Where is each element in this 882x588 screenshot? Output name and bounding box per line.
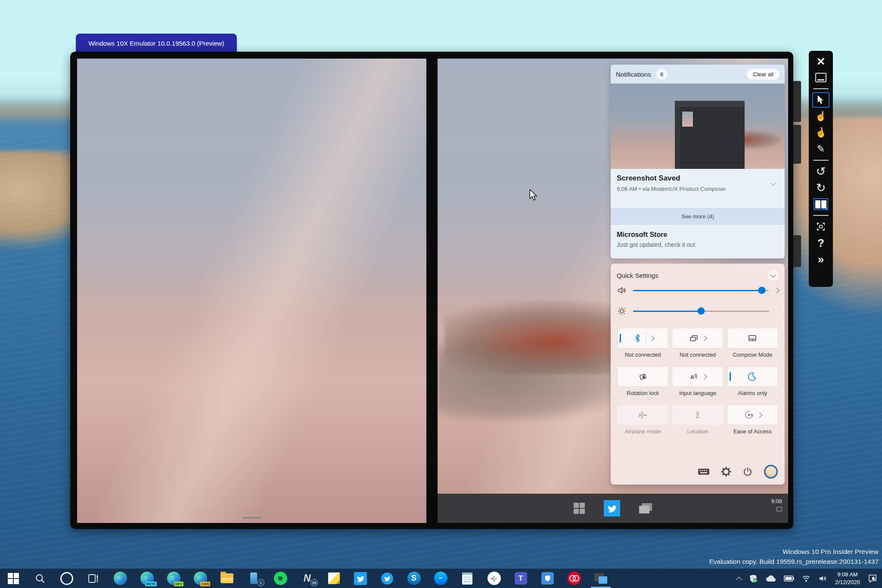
power-icon[interactable] xyxy=(742,467,753,477)
chevron-right-icon[interactable] xyxy=(774,288,780,293)
brightness-slider[interactable] xyxy=(633,311,769,312)
file-explorer-button[interactable] xyxy=(214,569,240,588)
volume-slider-thumb[interactable] xyxy=(758,287,766,294)
search-button[interactable] xyxy=(27,569,53,588)
close-button[interactable]: × xyxy=(812,53,829,69)
pen-mode-button[interactable]: ✎ xyxy=(812,141,829,157)
start-button[interactable] xyxy=(0,569,27,588)
moon-icon xyxy=(747,371,758,382)
touch-mode-button[interactable]: ☝ xyxy=(812,109,829,124)
action-center-button[interactable] xyxy=(867,573,878,584)
bitwarden-button[interactable] xyxy=(534,569,561,588)
insider-watermark: Windows 10 Pro Insider Preview Evaluatio… xyxy=(709,547,879,566)
settings-gear-icon[interactable] xyxy=(721,467,731,477)
store-notification[interactable]: Microsoft Store Just got updated, check … xyxy=(611,225,785,258)
dev-badge: DEV xyxy=(174,582,183,586)
sticky-notes-button[interactable] xyxy=(320,569,347,588)
home-bar[interactable] xyxy=(242,517,261,519)
help-button[interactable]: ? xyxy=(812,235,829,251)
emulator-window: Notifications 6 Clear all Screenshot Sav… xyxy=(70,52,793,529)
system-tray: 9:08 AM 2/12/2020 xyxy=(737,569,882,588)
twitter-pwa-button[interactable] xyxy=(374,569,401,588)
store-notification-title: Microsoft Store xyxy=(617,231,779,239)
twitter-app-icon[interactable] xyxy=(604,500,620,516)
teams-button[interactable]: T xyxy=(507,569,534,588)
rotation-lock-tile[interactable] xyxy=(618,367,668,386)
wifi-tray-icon[interactable] xyxy=(801,575,811,582)
clock-date: 2/12/2020 xyxy=(835,579,860,586)
task-view-button[interactable] xyxy=(639,503,652,513)
edge-button[interactable] xyxy=(107,569,134,588)
slack-icon xyxy=(488,572,501,585)
slack-button[interactable] xyxy=(481,569,507,588)
edge-dev-button[interactable]: DEV xyxy=(160,569,187,588)
emulator-app-button[interactable] xyxy=(587,569,614,588)
dual-screen-mode-button[interactable] xyxy=(812,196,829,212)
compose-mode-tile[interactable] xyxy=(727,328,778,348)
notepad-button[interactable] xyxy=(454,569,481,588)
battery-tray-icon[interactable] xyxy=(784,576,794,582)
brightness-slider-thumb[interactable] xyxy=(698,308,705,315)
bluetooth-tile[interactable] xyxy=(618,328,668,348)
quick-settings-header: Quick Settings xyxy=(611,264,785,281)
input-language-tile[interactable]: A xyxy=(672,367,723,386)
mouse-cursor xyxy=(529,190,538,201)
minimize-button[interactable] xyxy=(812,70,829,85)
chevron-right-icon[interactable] xyxy=(702,374,708,380)
device-power-button[interactable] xyxy=(793,235,801,267)
start-button[interactable] xyxy=(574,503,585,514)
device-clock[interactable]: 9:08 xyxy=(771,498,782,513)
user-avatar[interactable] xyxy=(764,465,778,479)
spotify-button[interactable] xyxy=(267,569,294,588)
onedrive-tray-icon[interactable] xyxy=(765,575,776,582)
task-view-button[interactable] xyxy=(80,569,107,588)
volume-tray-icon[interactable] xyxy=(818,575,828,582)
fit-to-screen-button[interactable] xyxy=(812,219,829,234)
quick-settings-title: Quick Settings xyxy=(617,272,658,279)
divider xyxy=(813,215,829,216)
cursor-mode-button[interactable] xyxy=(812,92,829,108)
device-volume-button[interactable] xyxy=(793,125,801,164)
airplane-mode-tile[interactable] xyxy=(618,405,668,425)
edge-canary-button[interactable]: CAN xyxy=(187,569,214,588)
emulator-right-screen[interactable]: Notifications 6 Clear all Screenshot Sav… xyxy=(438,59,788,523)
watermark-line1: Windows 10 Pro Insider Preview xyxy=(709,547,879,557)
chevron-right-icon[interactable] xyxy=(757,412,762,418)
notifications-count-badge: 6 xyxy=(656,68,668,80)
emulator-title-bar[interactable]: Windows 10X Emulator 10.0.19563.0 (Previ… xyxy=(76,34,237,53)
location-icon xyxy=(693,410,703,420)
mail-app-button[interactable]: N28 xyxy=(294,569,320,588)
volume-slider[interactable] xyxy=(633,290,769,291)
taskbar-clock[interactable]: 9:08 AM 2/12/2020 xyxy=(835,571,860,586)
rotate-left-button[interactable]: ↺ xyxy=(812,164,829,179)
chevron-right-icon[interactable] xyxy=(702,336,708,341)
notification-count-badge: 1 xyxy=(257,579,264,586)
multi-touch-mode-button[interactable]: ☝ xyxy=(811,123,831,143)
emulator-left-screen[interactable] xyxy=(77,59,426,523)
clear-all-button[interactable]: Clear all xyxy=(747,69,780,80)
notification-item[interactable]: Screenshot Saved 9:06 AM • via ModernUX … xyxy=(611,169,785,208)
collapse-button[interactable] xyxy=(767,270,779,281)
screenshot-thumbnail[interactable] xyxy=(611,84,785,169)
connect-tile[interactable] xyxy=(672,328,723,348)
edge-beta-button[interactable]: BETA xyxy=(134,569,160,588)
skype-button[interactable]: S xyxy=(401,569,427,588)
chevron-right-icon[interactable] xyxy=(649,336,655,341)
svg-text:A: A xyxy=(690,374,694,380)
see-more-button[interactable]: See more (4) xyxy=(611,208,785,225)
alarms-only-tile[interactable] xyxy=(727,367,778,386)
messenger-button[interactable] xyxy=(427,569,454,588)
keyboard-icon[interactable] xyxy=(698,467,710,476)
cortana-button[interactable] xyxy=(53,569,80,588)
rotate-right-button[interactable]: ↻ xyxy=(812,180,829,196)
your-phone-button[interactable]: 1 xyxy=(240,569,267,588)
device-volume-button[interactable] xyxy=(793,81,801,122)
show-hidden-icons-button[interactable] xyxy=(737,576,741,581)
expand-toolbar-button[interactable]: » xyxy=(812,252,829,267)
twitter-button[interactable] xyxy=(347,569,374,588)
authy-button[interactable] xyxy=(561,569,587,588)
ease-of-access-tile[interactable] xyxy=(727,405,778,425)
location-tile[interactable] xyxy=(672,405,723,425)
defender-tray-icon[interactable] xyxy=(748,573,758,584)
quick-settings-panel: Quick Settings xyxy=(611,264,785,485)
